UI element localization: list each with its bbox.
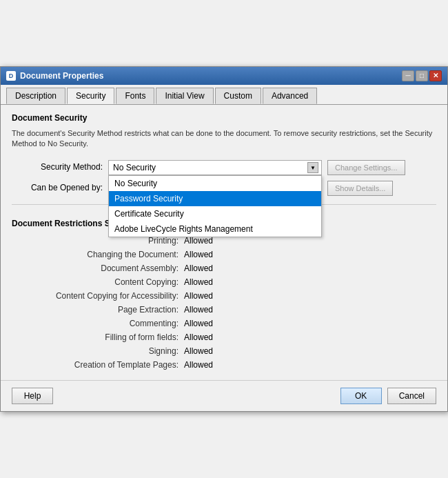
- row-value: Allowed: [184, 263, 213, 273]
- help-button[interactable]: Help: [12, 388, 53, 404]
- row-value: Allowed: [184, 332, 213, 342]
- row-label: Signing:: [12, 346, 184, 356]
- title-bar-left: D Document Properties: [6, 71, 103, 81]
- row-label: Creation of Template Pages:: [12, 360, 184, 370]
- title-bar-controls: ─ □ ✕: [402, 70, 442, 81]
- cancel-button[interactable]: Cancel: [387, 388, 436, 404]
- app-icon: D: [6, 71, 16, 81]
- table-row: Commenting: Allowed: [12, 317, 436, 330]
- document-properties-window: D Document Properties ─ □ ✕ Description …: [0, 66, 448, 412]
- dropdown-item-no-security[interactable]: No Security: [109, 176, 321, 191]
- restrictions-section: Document Restrictions Summary Printing: …: [12, 219, 436, 372]
- ok-button[interactable]: OK: [340, 388, 382, 404]
- security-method-dropdown[interactable]: No Security ▼: [108, 160, 322, 175]
- row-label: Printing:: [12, 236, 184, 246]
- row-label: Filling of form fields:: [12, 332, 184, 342]
- maximize-button[interactable]: □: [416, 70, 428, 81]
- dropdown-selected-value: No Security: [113, 163, 156, 172]
- tab-security[interactable]: Security: [67, 88, 114, 104]
- row-value: Allowed: [184, 346, 213, 356]
- row-label: Content Copying for Accessibility:: [12, 291, 184, 301]
- row-label: Changing the Document:: [12, 250, 184, 259]
- window-title: Document Properties: [20, 71, 103, 81]
- footer-right: OK Cancel: [340, 388, 436, 404]
- tab-advanced[interactable]: Advanced: [263, 88, 317, 104]
- row-value: Allowed: [184, 360, 213, 370]
- table-row: Document Assembly: Allowed: [12, 261, 436, 275]
- row-label: Page Extraction:: [12, 305, 184, 315]
- tab-description[interactable]: Description: [6, 88, 65, 104]
- row-value: Allowed: [184, 291, 213, 301]
- table-row: Creation of Template Pages: Allowed: [12, 358, 436, 372]
- row-value: Allowed: [184, 250, 213, 259]
- dropdown-item-adobe-livecycle[interactable]: Adobe LiveCycle Rights Management: [109, 221, 321, 237]
- security-method-row: Security Method: No Security ▼ No Securi…: [12, 160, 436, 175]
- table-row: Page Extraction: Allowed: [12, 303, 436, 317]
- footer: Help OK Cancel: [1, 380, 447, 411]
- tab-custom[interactable]: Custom: [215, 88, 261, 104]
- row-value: Allowed: [184, 319, 213, 328]
- show-details-button[interactable]: Show Details...: [327, 181, 393, 196]
- row-label: Document Assembly:: [12, 263, 184, 273]
- table-row: Content Copying for Accessibility: Allow…: [12, 289, 436, 303]
- close-button[interactable]: ✕: [429, 70, 442, 81]
- can-be-opened-label: Can be Opened by:: [12, 181, 108, 192]
- dropdown-item-certificate-security[interactable]: Certificate Security: [109, 206, 321, 221]
- row-value: Allowed: [184, 236, 213, 246]
- tab-bar: Description Security Fonts Initial View …: [1, 85, 447, 105]
- title-bar: D Document Properties ─ □ ✕: [1, 67, 447, 85]
- dropdown-item-password-security[interactable]: Password Security: [109, 191, 321, 206]
- change-settings-button[interactable]: Change Settings...: [327, 160, 405, 175]
- row-label: Content Copying:: [12, 277, 184, 287]
- row-value: Allowed: [184, 305, 213, 315]
- dropdown-arrow-icon[interactable]: ▼: [307, 162, 318, 173]
- minimize-button[interactable]: ─: [402, 70, 414, 81]
- table-row: Filling of form fields: Allowed: [12, 330, 436, 344]
- table-row: Signing: Allowed: [12, 344, 436, 358]
- restrictions-table: Printing: Allowed Changing the Document:…: [12, 234, 436, 372]
- dropdown-menu: No Security Password Security Certificat…: [108, 175, 322, 237]
- tab-fonts[interactable]: Fonts: [116, 88, 154, 104]
- row-value: Allowed: [184, 277, 213, 287]
- section-title: Document Security: [12, 113, 436, 123]
- security-method-label: Security Method:: [12, 160, 108, 172]
- table-row: Content Copying: Allowed: [12, 275, 436, 289]
- security-method-control-area: No Security ▼ No Security Password Secur…: [108, 160, 436, 175]
- row-label: Commenting:: [12, 319, 184, 328]
- security-method-dropdown-wrapper: No Security ▼ No Security Password Secur…: [108, 160, 322, 175]
- table-row: Changing the Document: Allowed: [12, 248, 436, 261]
- content-area: Document Security The document's Securit…: [1, 105, 447, 381]
- security-description: The document's Security Method restricts…: [12, 128, 436, 150]
- tab-initial-view[interactable]: Initial View: [156, 88, 213, 104]
